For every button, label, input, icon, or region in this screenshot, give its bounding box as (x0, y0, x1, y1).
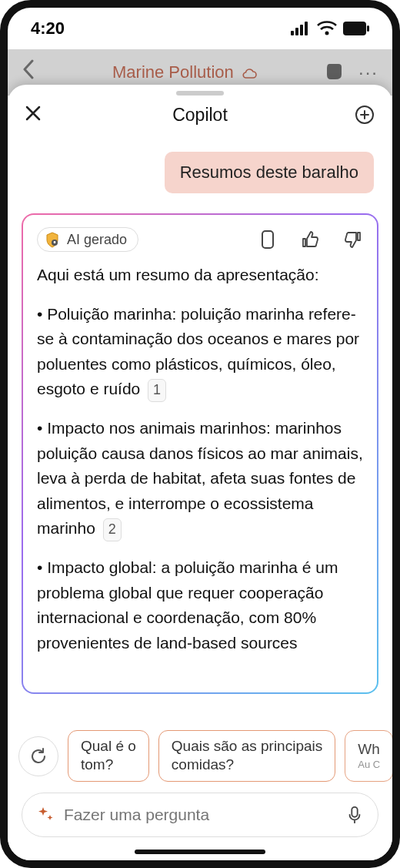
ai-generated-badge[interactable]: AI gerado (37, 227, 138, 252)
ai-bullet: • Impacto global: a poluição marinha é u… (37, 555, 363, 655)
status-bar: 4:20 (8, 8, 392, 49)
sheet-title: Copilot (172, 105, 228, 126)
ai-bullet-text: • Impacto nos animais marinhos: marinhos… (37, 419, 363, 537)
suggestion-chip[interactable]: Qual é o tom? (68, 730, 149, 782)
status-icons (291, 21, 369, 36)
refresh-suggestions-button[interactable] (18, 736, 58, 776)
svg-rect-6 (367, 25, 369, 32)
thumbs-down-icon (343, 230, 363, 250)
back-chevron-icon[interactable] (22, 59, 35, 85)
ai-bullet-text: • Impacto global: a poluição marinha é u… (37, 558, 338, 652)
ai-badge-label: AI gerado (67, 232, 127, 248)
sparkle-icon (36, 806, 55, 824)
svg-rect-9 (54, 241, 56, 243)
copilot-sheet: Copilot Resumos deste baralho AI gerado (8, 85, 392, 860)
document-title: Marine Pollution (112, 62, 325, 82)
document-title-text: Marine Pollution (112, 62, 234, 82)
suggestion-text: Quais são as principais (172, 737, 322, 756)
refresh-icon (29, 747, 48, 766)
cellular-icon (291, 22, 311, 35)
ai-bullet: • Poluição marinha: poluição marinha ref… (37, 302, 363, 403)
copy-icon (258, 229, 277, 250)
new-chat-button[interactable] (349, 105, 375, 126)
new-chat-icon (354, 105, 375, 126)
more-menu-icon[interactable]: ··· (358, 62, 378, 83)
reference-badge[interactable]: 1 (148, 379, 166, 402)
suggestion-text: tom? (81, 756, 136, 775)
copilot-entry-icon[interactable] (325, 62, 345, 82)
ai-card-toolbar: AI gerado (37, 227, 363, 252)
copy-button[interactable] (258, 229, 277, 250)
ai-bullet: • Impacto nos animais marinhos: marinhos… (37, 416, 363, 541)
ai-response-card: AI gerado (22, 213, 378, 694)
svg-rect-11 (352, 807, 357, 817)
thumbs-up-button[interactable] (300, 230, 320, 250)
user-message-bubble: Resumos deste baralho (165, 152, 374, 193)
close-icon (25, 105, 42, 122)
suggestion-text: Wh (358, 740, 380, 759)
sheet-body: Resumos deste baralho AI gerado (8, 138, 392, 721)
ai-intro: Aqui está um resumo da apresentação: (37, 263, 363, 288)
shield-icon (44, 231, 61, 248)
svg-rect-5 (343, 22, 366, 35)
home-indicator[interactable] (135, 850, 265, 854)
suggestion-chip[interactable]: Wh Au C (345, 730, 392, 782)
suggestion-text: Au C (358, 759, 380, 772)
status-time: 4:20 (31, 18, 65, 39)
prompt-input-bar[interactable] (22, 793, 378, 837)
svg-point-4 (325, 32, 329, 35)
sheet-drag-handle[interactable] (176, 91, 224, 96)
microphone-icon[interactable] (345, 806, 364, 824)
suggestion-text: Qual é o (81, 737, 136, 756)
sheet-header: Copilot (8, 99, 392, 138)
wifi-icon (317, 21, 337, 36)
suggestion-chip[interactable]: Quais são as principais comidas? (158, 730, 335, 782)
suggestion-row: Qual é o tom? Quais são as principais co… (8, 721, 392, 788)
reference-badge[interactable]: 2 (103, 518, 122, 541)
cloud-icon (242, 67, 257, 79)
phone-frame: 4:20 Marine Pollution ··· Copilot (0, 0, 400, 868)
svg-rect-3 (305, 22, 308, 35)
ai-response-text: Aqui está um resumo da apresentação: • P… (37, 263, 363, 669)
thumbs-up-icon (300, 230, 320, 250)
close-button[interactable] (25, 103, 51, 127)
svg-rect-0 (291, 31, 294, 35)
svg-rect-10 (262, 231, 273, 248)
prompt-input[interactable] (64, 806, 336, 824)
ai-response-inner: AI gerado (23, 215, 377, 692)
suggestion-text: comidas? (172, 756, 322, 775)
thumbs-down-button[interactable] (343, 230, 363, 250)
ai-bullet-text: • Poluição marinha: poluição marinha ref… (37, 305, 359, 398)
svg-rect-1 (295, 28, 298, 35)
svg-rect-2 (300, 25, 303, 35)
battery-icon (343, 22, 369, 35)
